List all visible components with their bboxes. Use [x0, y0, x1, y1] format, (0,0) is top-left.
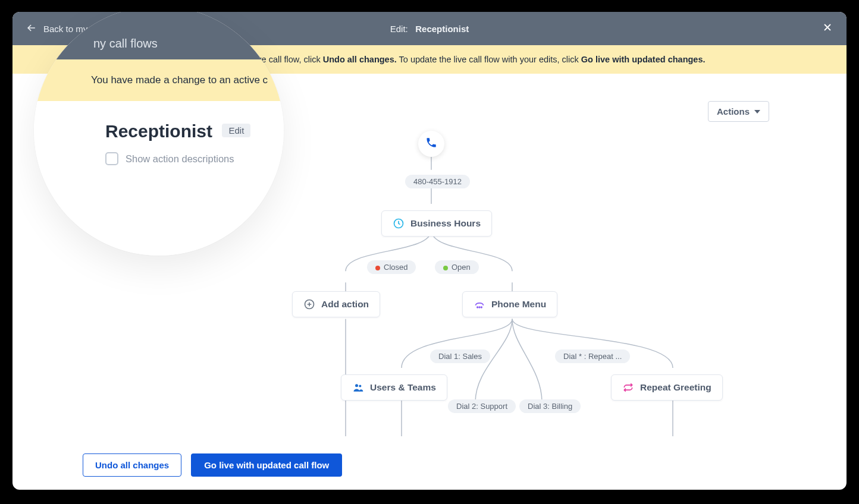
open-pill[interactable]: Open — [435, 260, 479, 274]
banner-golive-bold: Go live with updated changes. — [581, 55, 706, 64]
magnifier-title: Receptionist — [105, 121, 212, 141]
dial1-label: Dial 1: Sales — [438, 352, 482, 361]
close-icon — [822, 25, 833, 35]
clock-icon — [393, 218, 405, 229]
add-action-node[interactable]: Add action — [292, 291, 380, 317]
checkbox-label: Show action descriptions — [126, 153, 234, 165]
magnifier-back-tail: ny call flows — [93, 37, 158, 51]
magnifier-overlay: ny call flows You have made a change to … — [34, 12, 284, 256]
svg-point-3 — [479, 307, 480, 308]
flow-name: Receptionist — [415, 24, 469, 34]
dial1-pill[interactable]: Dial 1: Sales — [430, 349, 490, 363]
phone-number-pill[interactable]: 480-455-1912 — [405, 175, 470, 188]
actions-dropdown[interactable]: Actions — [708, 101, 769, 122]
banner-text-2: To update the live call flow with your e… — [399, 55, 581, 64]
chevron-down-icon — [754, 110, 760, 114]
actions-label: Actions — [717, 106, 750, 116]
banner-undo-bold: Undo all changes. — [323, 55, 397, 64]
status-dot-closed — [375, 266, 380, 270]
users-teams-label: Users & Teams — [370, 382, 436, 393]
phone-menu-icon — [474, 298, 485, 310]
dial-star-label: Dial * : Repeat ... — [563, 352, 622, 361]
users-icon — [352, 382, 364, 393]
show-descriptions-checkbox[interactable]: Show action descriptions — [105, 152, 284, 165]
svg-point-4 — [481, 307, 482, 308]
business-hours-label: Business Hours — [410, 218, 481, 229]
close-button[interactable] — [822, 21, 833, 36]
magnifier-banner: You have made a change to an active c — [34, 59, 284, 101]
dial-star-pill[interactable]: Dial * : Repeat ... — [555, 349, 630, 363]
svg-point-2 — [477, 307, 478, 308]
dial2-pill[interactable]: Dial 2: Support — [448, 399, 516, 413]
golive-label: Go live with updated call flow — [204, 460, 329, 470]
app-screen: Back to my call flows Edit: Receptionist… — [12, 12, 847, 490]
open-label: Open — [452, 263, 471, 272]
magnifier-edit-label: Edit — [228, 125, 244, 136]
dial3-pill[interactable]: Dial 3: Billing — [519, 399, 581, 413]
plus-circle-icon — [303, 298, 315, 310]
closed-label: Closed — [384, 263, 407, 272]
go-live-button[interactable]: Go live with updated call flow — [191, 453, 342, 477]
dial2-label: Dial 2: Support — [456, 402, 507, 411]
repeat-greeting-node[interactable]: Repeat Greeting — [611, 374, 723, 401]
phone-icon — [425, 137, 437, 151]
footer-actions: Undo all changes Go live with updated ca… — [83, 453, 342, 477]
header-title: Edit: Receptionist — [390, 24, 469, 34]
dial3-label: Dial 3: Billing — [528, 402, 572, 411]
phone-number: 480-455-1912 — [413, 177, 462, 186]
undo-all-button[interactable]: Undo all changes — [83, 453, 181, 477]
svg-point-5 — [355, 384, 358, 387]
status-dot-open — [443, 266, 448, 270]
magnifier-edit-button[interactable]: Edit — [222, 124, 250, 137]
arrow-left-icon — [26, 22, 37, 36]
repeat-greeting-label: Repeat Greeting — [640, 382, 711, 393]
repeat-icon — [622, 382, 634, 393]
users-teams-node[interactable]: Users & Teams — [341, 374, 447, 401]
magnifier-banner-text: You have made a change to an active c — [91, 74, 268, 86]
closed-pill[interactable]: Closed — [367, 260, 416, 274]
add-action-label: Add action — [321, 299, 369, 310]
phone-menu-label: Phone Menu — [491, 299, 546, 310]
phone-menu-node[interactable]: Phone Menu — [462, 291, 557, 317]
undo-label: Undo all changes — [95, 460, 169, 470]
business-hours-node[interactable]: Business Hours — [381, 210, 492, 237]
checkbox-icon — [105, 152, 118, 165]
phone-start-node[interactable] — [418, 131, 444, 157]
edit-prefix: Edit: — [390, 24, 408, 34]
svg-point-6 — [359, 385, 361, 388]
magnifier-body: Receptionist Edit Show action descriptio… — [34, 101, 284, 256]
